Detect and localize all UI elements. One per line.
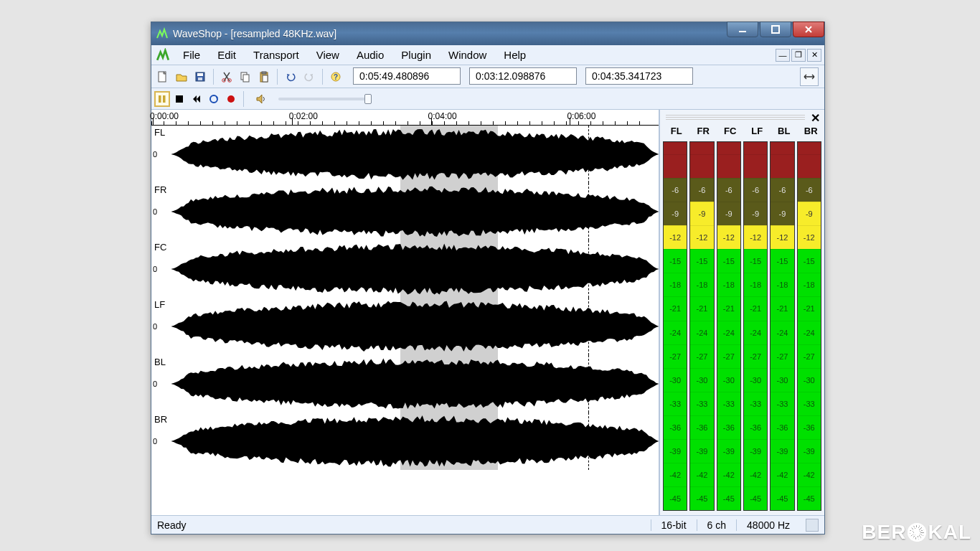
status-channels: 6 ch [697,519,736,531]
menu-file[interactable]: File [174,47,209,63]
meter-cell: -9 [690,202,713,225]
cut-button[interactable] [218,68,235,85]
maximize-button[interactable] [760,22,791,37]
menu-audio[interactable]: Audio [348,47,392,63]
meter-cell: -15 [771,249,793,273]
meter-label: BR [798,126,825,141]
menu-help[interactable]: Help [495,47,534,63]
track-body[interactable] [171,126,659,183]
meter-label: FL [663,126,690,141]
meter-cell: -12 [771,225,793,249]
menu-view[interactable]: View [308,47,348,63]
meter-grip[interactable] [666,115,805,121]
mdi-restore-button[interactable]: ❐ [791,49,806,62]
meter-cell: -30 [771,368,793,392]
close-button[interactable] [793,22,824,37]
track-gutter: 0FR [151,183,171,240]
rewind-button[interactable] [189,91,204,107]
meter-cell: -36 [664,415,687,439]
loop-button[interactable] [206,91,222,107]
redo-button[interactable] [301,68,318,85]
minimize-button[interactable] [727,22,758,37]
meter-cell: -21 [744,296,767,320]
meter-cell: -36 [771,415,793,439]
track-fc[interactable]: 0FC [151,240,659,298]
track-body[interactable] [171,240,659,298]
waveform [171,298,659,355]
track-br[interactable]: 0BR [151,413,659,470]
help-button[interactable]: ? [327,68,344,85]
slider-thumb[interactable] [364,94,372,104]
meter-cell: -30 [690,368,713,392]
meter-cell: -33 [664,392,687,415]
fit-button[interactable] [800,67,819,86]
meter-cell: -6 [798,178,821,202]
undo-button[interactable] [282,68,299,85]
track-fr[interactable]: 0FR [151,183,659,240]
time-selection-start[interactable]: 0:03:12.098876 [469,67,577,85]
volume-icon[interactable] [254,91,270,107]
track-body[interactable] [171,413,659,470]
meter-cell: -21 [771,296,793,320]
meter-close-button[interactable]: ✕ [811,111,820,125]
titlebar[interactable]: WaveShop - [resampled 48KHz.wav] [151,22,824,45]
waveform [171,183,659,240]
open-button[interactable] [173,68,190,85]
track-body[interactable] [171,355,659,413]
svg-rect-11 [262,72,266,74]
meter-cell: -42 [798,463,821,486]
meter-cell: -6 [744,178,767,202]
meter-cell: -39 [771,439,793,463]
menu-edit[interactable]: Edit [209,47,245,63]
meter-label: BL [771,126,798,141]
meter-cell: -42 [717,463,740,486]
track-body[interactable] [171,183,659,240]
svg-rect-0 [739,31,746,32]
menu-plugin[interactable]: Plugin [392,47,440,63]
window-buttons [725,22,824,45]
track-fl[interactable]: 0FL [151,126,659,183]
meter-cell: -15 [664,249,687,273]
stop-button[interactable] [171,91,187,107]
meter-cell: -45 [690,486,713,510]
meter-column-fr: -45-42-39-36-33-30-27-24-21-18-15-12-9-6… [689,141,714,511]
resize-grip[interactable] [806,519,819,532]
tracks-container: 0FL0FR0FC0LF0BL0BR [151,126,659,515]
menu-transport[interactable]: Transport [245,47,308,63]
meter-cell: -9 [717,202,740,225]
meter-cell: -18 [798,273,821,296]
track-lf[interactable]: 0LF [151,298,659,355]
meter-cell: -6 [717,178,740,202]
svg-point-18 [210,95,217,103]
mdi-minimize-button[interactable]: — [776,49,790,62]
svg-rect-12 [263,75,268,82]
paste-button[interactable] [255,68,273,85]
ruler-label: 0:00:00 [150,111,179,121]
save-button[interactable] [192,68,209,85]
time-selection-length[interactable]: 0:04:35.341723 [585,67,693,85]
meter-cell: -27 [717,344,740,368]
mdi-close-button[interactable]: ✕ [807,49,821,62]
volume-slider[interactable] [278,98,372,100]
channel-label: BL [154,357,166,367]
meter-cell: -36 [690,415,713,439]
meter-cell: -3 [744,154,767,178]
time-cursor[interactable]: 0:05:49.480896 [353,67,461,85]
track-body[interactable] [171,298,659,355]
meter-cell: -12 [798,225,821,249]
record-button[interactable] [223,91,239,107]
time-ruler[interactable]: 0:00:000:02:000:04:000:06:00 [151,110,659,126]
new-button[interactable] [154,68,171,85]
svg-rect-5 [198,77,202,80]
track-bl[interactable]: 0BL [151,355,659,413]
meter-column-labels: FLFRFCLFBLBR [660,126,824,141]
copy-button[interactable] [237,68,254,85]
meter-cell: -27 [798,344,821,368]
waveform [171,240,659,298]
menu-window[interactable]: Window [440,47,495,63]
channel-label: FL [154,127,165,138]
pause-button[interactable] [154,91,170,107]
window-title: WaveShop - [resampled 48KHz.wav] [173,28,725,39]
menubar: File Edit Transport View Audio Plugin Wi… [151,45,824,65]
meter-header[interactable]: ✕ [660,110,824,126]
